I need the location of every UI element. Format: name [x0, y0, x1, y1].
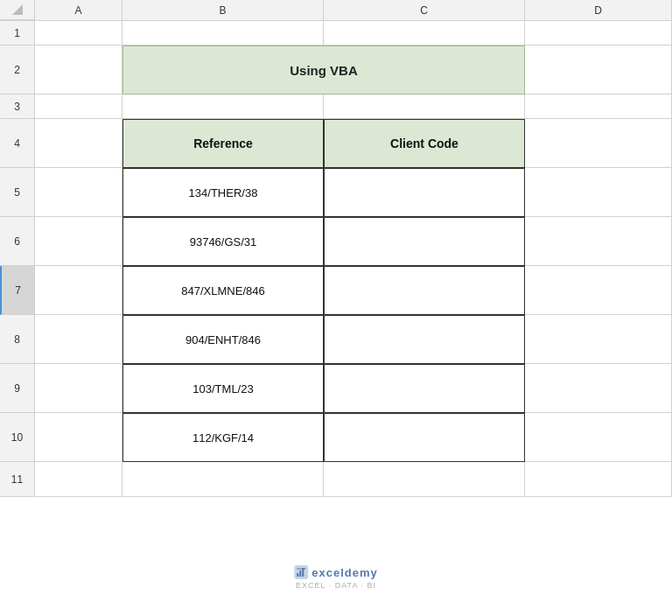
- cell-d9[interactable]: [525, 364, 672, 413]
- column-headers: A B C D: [0, 0, 672, 21]
- cell-d11[interactable]: [525, 462, 672, 497]
- row-header-11: 11: [0, 462, 35, 497]
- cell-c7[interactable]: [324, 266, 525, 315]
- table-header-reference: Reference: [122, 119, 324, 168]
- col-header-a: A: [35, 0, 122, 20]
- row-header-5: 5: [0, 168, 35, 217]
- cell-c10[interactable]: [324, 413, 525, 462]
- spreadsheet: A B C D 1 2 Using VBA 3 4 Reference Clie…: [0, 0, 672, 616]
- cell-b1[interactable]: [122, 21, 324, 46]
- cell-a10[interactable]: [35, 413, 122, 462]
- cell-d1[interactable]: [525, 21, 672, 46]
- row-header-8: 8: [0, 315, 35, 364]
- col-header-c: C: [324, 0, 525, 20]
- col-header-d: D: [525, 0, 672, 20]
- cell-b6[interactable]: 93746/GS/31: [122, 217, 324, 266]
- watermark-logo: exceldemy: [294, 565, 378, 579]
- svg-marker-0: [12, 4, 23, 15]
- row-5: 5 134/THER/38: [0, 168, 672, 217]
- row-10: 10 112/KGF/14: [0, 413, 672, 462]
- cell-a11[interactable]: [35, 462, 122, 497]
- svg-rect-2: [299, 570, 301, 577]
- cell-a8[interactable]: [35, 315, 122, 364]
- row-6: 6 93746/GS/31: [0, 217, 672, 266]
- cell-c11[interactable]: [324, 462, 525, 497]
- cell-d8[interactable]: [525, 315, 672, 364]
- cell-a7[interactable]: [35, 266, 122, 315]
- cell-d6[interactable]: [525, 217, 672, 266]
- watermark-icon: [294, 565, 308, 579]
- cell-b11[interactable]: [122, 462, 324, 497]
- cell-b7[interactable]: 847/XLMNE/846: [122, 266, 324, 315]
- row-8: 8 904/ENHT/846: [0, 315, 672, 364]
- cell-a3[interactable]: [35, 94, 122, 119]
- row-3: 3: [0, 94, 672, 119]
- cell-c5[interactable]: [324, 168, 525, 217]
- cell-b8[interactable]: 904/ENHT/846: [122, 315, 324, 364]
- cell-a1[interactable]: [35, 21, 122, 46]
- cell-c8[interactable]: [324, 315, 525, 364]
- table-header-client-code: Client Code: [324, 119, 525, 168]
- row-2: 2 Using VBA: [0, 46, 672, 94]
- svg-rect-1: [297, 573, 298, 577]
- watermark-tagline: EXCEL · DATA · BI: [296, 581, 376, 590]
- cell-c3[interactable]: [324, 94, 525, 119]
- row-header-10: 10: [0, 413, 35, 462]
- cell-c9[interactable]: [324, 364, 525, 413]
- row-1: 1: [0, 21, 672, 46]
- cell-d3[interactable]: [525, 94, 672, 119]
- cell-c6[interactable]: [324, 217, 525, 266]
- cell-d10[interactable]: [525, 413, 672, 462]
- cell-a2[interactable]: [35, 46, 122, 94]
- row-7: 7 847/XLMNE/846: [0, 266, 672, 315]
- cell-b10[interactable]: 112/KGF/14: [122, 413, 324, 462]
- row-header-3: 3: [0, 94, 35, 119]
- watermark-brand-text: exceldemy: [312, 566, 378, 579]
- cell-d2[interactable]: [525, 46, 672, 94]
- row-header-4: 4: [0, 119, 35, 168]
- cell-a5[interactable]: [35, 168, 122, 217]
- row-header-9: 9: [0, 364, 35, 413]
- cell-c1[interactable]: [324, 21, 525, 46]
- watermark: exceldemy EXCEL · DATA · BI: [294, 565, 378, 590]
- row-header-2: 2: [0, 46, 35, 94]
- corner-cell: [0, 0, 35, 20]
- col-header-b: B: [122, 0, 324, 20]
- row-header-7: 7: [0, 266, 35, 315]
- cell-b3[interactable]: [122, 94, 324, 119]
- cell-a4[interactable]: [35, 119, 122, 168]
- cell-a9[interactable]: [35, 364, 122, 413]
- row-9: 9 103/TML/23: [0, 364, 672, 413]
- cell-b5[interactable]: 134/THER/38: [122, 168, 324, 217]
- cell-d5[interactable]: [525, 168, 672, 217]
- cell-d4[interactable]: [525, 119, 672, 168]
- cell-d7[interactable]: [525, 266, 672, 315]
- cell-a6[interactable]: [35, 217, 122, 266]
- row-header-6: 6: [0, 217, 35, 266]
- cell-b9[interactable]: 103/TML/23: [122, 364, 324, 413]
- row-11: 11: [0, 462, 672, 497]
- title-cell[interactable]: Using VBA: [122, 46, 525, 94]
- row-header-1: 1: [0, 21, 35, 46]
- row-4: 4 Reference Client Code: [0, 119, 672, 168]
